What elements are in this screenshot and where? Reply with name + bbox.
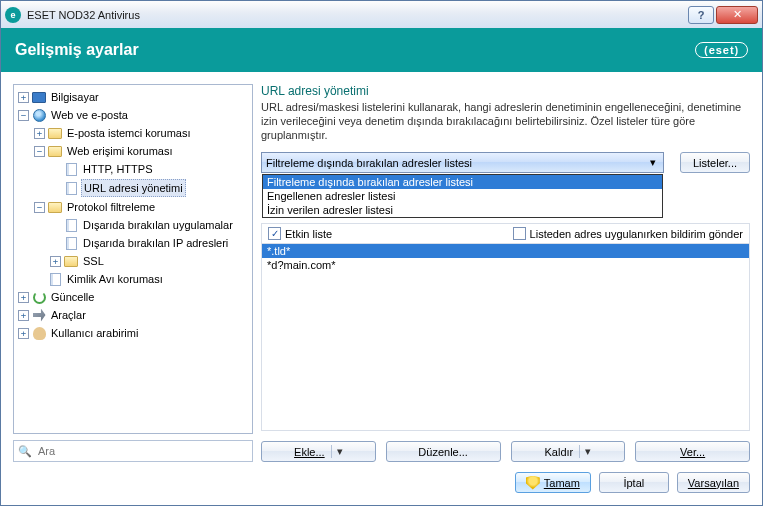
combo-option[interactable]: Engellenen adresler listesi (263, 189, 662, 203)
close-button[interactable]: ✕ (716, 6, 758, 24)
tree-item[interactable]: −Web erişimi koruması (34, 142, 250, 160)
search-box[interactable]: 🔍 (13, 440, 253, 462)
header-band: Gelişmiş ayarlar (eset) (0, 28, 763, 72)
checks-row: ✓ Etkin liste Listeden adres uygulanırke… (261, 223, 750, 243)
tree-label: Web ve e-posta (49, 107, 130, 123)
folder-icon (47, 199, 63, 215)
active-list-label: Etkin liste (285, 228, 332, 240)
tree-label: HTTP, HTTPS (81, 161, 154, 177)
tree-spacer (50, 164, 61, 175)
search-input[interactable] (36, 444, 248, 458)
expand-icon[interactable]: + (18, 292, 29, 303)
tree-label: URL adresi yönetimi (81, 179, 186, 197)
tree-spacer (50, 183, 61, 194)
add-button[interactable]: Ekle...▾ (261, 441, 376, 462)
page-icon (63, 217, 79, 233)
active-list-checkbox[interactable]: ✓ (268, 227, 281, 240)
list-action-buttons: Ekle...▾ Düzenle... Kaldır▾ Ver... (261, 441, 750, 462)
page-title: Gelişmiş ayarlar (15, 41, 139, 59)
tree-label: SSL (81, 253, 106, 269)
expand-icon[interactable]: + (18, 310, 29, 321)
help-button[interactable]: ? (688, 6, 714, 24)
tree-spacer (50, 238, 61, 249)
tree-item[interactable]: +E-posta istemci koruması (34, 124, 250, 142)
tree-item[interactable]: −Web ve e-posta (18, 106, 250, 124)
expand-icon[interactable]: + (18, 328, 29, 339)
tools-icon (31, 307, 47, 323)
section-title: URL adresi yönetimi (261, 84, 750, 98)
tree-item[interactable]: HTTP, HTTPS (50, 160, 250, 178)
tree-label: Dışarıda bırakılan IP adresleri (81, 235, 230, 251)
tree-item[interactable]: +SSL (50, 252, 250, 270)
list-item[interactable]: *.tld* (262, 244, 749, 258)
tree-item[interactable]: Kimlik Avı koruması (34, 270, 250, 288)
app-icon: e (5, 7, 21, 23)
lists-button[interactable]: Listeler... (680, 152, 750, 173)
chevron-down-icon: ▾ (579, 445, 591, 458)
tree-item[interactable]: URL adresi yönetimi (50, 178, 250, 198)
folder-icon (47, 143, 63, 159)
notify-label: Listeden adres uygulanırken bildirim gön… (530, 228, 743, 240)
folder-icon (63, 253, 79, 269)
combo-row: Filtreleme dışında bırakılan adresler li… (261, 152, 750, 173)
combo-value: Filtreleme dışında bırakılan adresler li… (266, 157, 472, 169)
ok-button[interactable]: Tamam (515, 472, 591, 493)
chevron-down-icon: ▾ (645, 156, 660, 169)
page-icon (63, 161, 79, 177)
tree-item[interactable]: +Kullanıcı arabirimi (18, 324, 250, 342)
tree-item[interactable]: +Güncelle (18, 288, 250, 306)
window-title: ESET NOD32 Antivirus (27, 9, 688, 21)
content: +Bilgisayar−Web ve e-posta+E-posta istem… (1, 72, 762, 462)
page-icon (63, 235, 79, 251)
notify-checkbox[interactable] (513, 227, 526, 240)
search-icon: 🔍 (18, 445, 32, 458)
collapse-icon[interactable]: − (18, 110, 29, 121)
tree-label: E-posta istemci koruması (65, 125, 192, 141)
remove-button[interactable]: Kaldır▾ (511, 441, 626, 462)
tree-label: Kullanıcı arabirimi (49, 325, 140, 341)
monitor-icon (31, 89, 47, 105)
tree-spacer (50, 220, 61, 231)
expand-icon[interactable]: + (50, 256, 61, 267)
footer: Tamam İptal Varsayılan (1, 462, 762, 505)
tree-label: Bilgisayar (49, 89, 101, 105)
list-item[interactable]: *d?main.com* (262, 258, 749, 272)
window-controls: ? ✕ (688, 6, 758, 24)
tree-panel: +Bilgisayar−Web ve e-posta+E-posta istem… (13, 84, 253, 462)
tree-label: Web erişimi koruması (65, 143, 175, 159)
folder-icon (47, 125, 63, 141)
page-icon (63, 180, 79, 196)
expand-icon[interactable]: + (18, 92, 29, 103)
tree-label: Dışarıda bırakılan uygulamalar (81, 217, 235, 233)
collapse-icon[interactable]: − (34, 202, 45, 213)
tree-label: Güncelle (49, 289, 96, 305)
collapse-icon[interactable]: − (34, 146, 45, 157)
tree-item[interactable]: +Bilgisayar (18, 88, 250, 106)
export-button[interactable]: Ver... (635, 441, 750, 462)
edit-button[interactable]: Düzenle... (386, 441, 501, 462)
default-button[interactable]: Varsayılan (677, 472, 750, 493)
address-list[interactable]: *.tld**d?main.com* (261, 243, 750, 431)
globe-icon (31, 107, 47, 123)
page-icon (47, 271, 63, 287)
expand-icon[interactable]: + (34, 128, 45, 139)
tree-item[interactable]: +Araçlar (18, 306, 250, 324)
shield-icon (526, 476, 540, 490)
chevron-down-icon: ▾ (331, 445, 343, 458)
list-type-combo[interactable]: Filtreleme dışında bırakılan adresler li… (261, 152, 664, 173)
tree-item[interactable]: Dışarıda bırakılan uygulamalar (50, 216, 250, 234)
user-icon (31, 325, 47, 341)
combo-option[interactable]: İzin verilen adresler listesi (263, 203, 662, 217)
nav-tree[interactable]: +Bilgisayar−Web ve e-posta+E-posta istem… (13, 84, 253, 434)
tree-item[interactable]: Dışarıda bırakılan IP adresleri (50, 234, 250, 252)
tree-spacer (34, 274, 45, 285)
combo-option[interactable]: Filtreleme dışında bırakılan adresler li… (263, 175, 662, 189)
brand-logo: (eset) (695, 42, 748, 58)
titlebar: e ESET NOD32 Antivirus ? ✕ (0, 0, 763, 28)
tree-label: Protokol filtreleme (65, 199, 157, 215)
tree-item[interactable]: −Protokol filtreleme (34, 198, 250, 216)
cancel-button[interactable]: İptal (599, 472, 669, 493)
tree-label: Araçlar (49, 307, 88, 323)
combo-dropdown[interactable]: Filtreleme dışında bırakılan adresler li… (262, 174, 663, 218)
tree-label: Kimlik Avı koruması (65, 271, 165, 287)
